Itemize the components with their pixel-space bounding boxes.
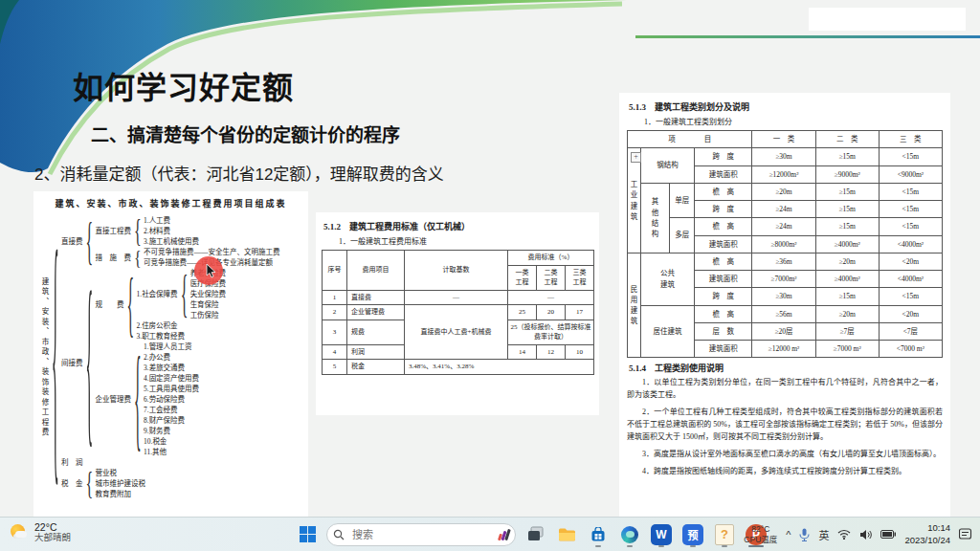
search-icon [333, 529, 345, 540]
brace: { [86, 268, 93, 457]
tree-node-label: 2.材料费 [144, 226, 170, 236]
taskbar-weather-widget[interactable]: 22°C 大部晴朗 [10, 521, 71, 543]
battery-icon[interactable] [880, 530, 896, 539]
edge-icon [621, 526, 638, 543]
start-button[interactable] [295, 522, 320, 547]
table-cell: 5 [323, 360, 347, 375]
tree-node-label: 生育保险 [190, 299, 219, 310]
tree-children: 直接工程费{1.人工费2.材料费3.施工机械使用费措 施 费{不可竞争措施费——… [93, 215, 283, 268]
table-cell: ≥12000m² [752, 165, 815, 183]
table-cell: — [405, 290, 508, 305]
table-cell: <15m [879, 201, 942, 218]
tray-chevron-up-icon[interactable]: ^ [786, 529, 791, 540]
brace: { [134, 342, 141, 457]
table-cell: 费用项目 [347, 251, 405, 291]
slide-subtitle: 二、搞清楚每个省份的定额计价的程序 [91, 121, 400, 146]
table-cell: <15m [879, 218, 942, 235]
tree-node-label: 7.工会经费 [144, 405, 178, 415]
microsoft-store-button[interactable] [586, 522, 611, 547]
table-cell: ≥20m [815, 305, 879, 322]
note-item: 4．跨度是指按图纸轴线间的距离，多跨连续式工程按跨度分别计算工程类别。 [627, 466, 943, 478]
search-highlights-icon [499, 529, 509, 540]
weather-sun-cloud-icon [10, 522, 29, 541]
tree-node-label: 2.办公费 [144, 352, 170, 363]
tree-node-label: 1.人工费 [144, 215, 170, 226]
brace: { [181, 268, 188, 320]
table-cell: <9000m² [879, 165, 942, 183]
table-cell: 规费 [347, 320, 405, 344]
table-cell: 跨 度 [695, 201, 752, 218]
outline-expand-icon[interactable]: + [631, 152, 641, 163]
edge-browser-button[interactable] [617, 522, 642, 547]
tree-node-label: 措 施 费 [96, 253, 132, 263]
usage-notes: 5.1.4 工程类别使用说明 1．以单位工程为类别划分单位，在同一类别工程中有几… [627, 362, 943, 478]
search-input[interactable] [350, 528, 493, 541]
table-cell: 3 [323, 320, 347, 344]
table-cell: 建筑面积 [695, 271, 752, 288]
table-cell: 项 目 [628, 131, 752, 148]
brace: { [127, 268, 134, 342]
cpu-temp-widget[interactable]: 82°C CPU温度 [744, 524, 777, 544]
tree-node-label: 3.差旅交通费 [144, 363, 185, 373]
file-explorer-button[interactable] [554, 522, 579, 547]
wifi-icon[interactable] [837, 529, 851, 540]
tree-node: 2.材料费 [141, 226, 202, 236]
tray-date: 2023/10/24 [904, 535, 950, 546]
table-cell: 二 类 [815, 131, 879, 148]
table-cell: 20 [537, 305, 566, 320]
table-cell: 檐 高 [695, 253, 752, 270]
table-cell: ≥20m [752, 183, 815, 200]
tree-node: 2.住房公积金 [134, 320, 230, 331]
cost-composition-diagram: 建筑、安装、市政、装饰装修工程费用项目组成表 建筑、安装、市政、装饰装修工程费{… [33, 191, 308, 518]
tree-node: 间接费{规 费{1.社会保障费{养老保险费医疗保险费失业保险费生育保险工伤保险2… [58, 268, 283, 457]
tree-node: 9.财务费 [141, 426, 202, 436]
taskbar-search-box[interactable] [326, 523, 516, 546]
tree-node-label: 直接工程费 [96, 226, 132, 236]
table-cell: <15m [879, 288, 942, 305]
table-cell: 12 [537, 344, 566, 360]
table-cell: 三类 工程 [566, 265, 594, 290]
tree-node: 工伤保险 [188, 310, 230, 320]
taskbar-center: W 预 ? P [295, 518, 768, 551]
tree-node: 企业管理费{1.管理人员工资2.办公费3.差旅交通费4.固定资产使用费5.工具用… [93, 342, 230, 457]
tree-node: 3.施工机械使用费 [141, 236, 202, 247]
word-button[interactable]: W [649, 522, 674, 547]
system-tray: 82°C CPU温度 ^ 英 10:14 2 [744, 518, 972, 551]
table-cell: 企业管理费 [347, 305, 405, 320]
clock-widget[interactable]: 10:14 2023/10/24 [904, 522, 950, 546]
table-cell: 檐 高 [695, 183, 752, 200]
table-cell: ≥20层 [752, 322, 815, 340]
table-cell: 檐 高 [695, 305, 752, 322]
table-cell: 多层 [670, 218, 695, 253]
table-cell: <7000 m² [879, 341, 942, 358]
table-cell: 直接费中人工费+机械费 [405, 305, 508, 360]
table-cell: ≥24m [752, 218, 815, 235]
weather-desc: 大部晴朗 [34, 533, 71, 543]
table-cell: ≥4000m² [815, 235, 879, 253]
tree-node: 失业保险费 [188, 289, 230, 299]
fee-standard-document: 5.1.2 建筑工程费用标准（仅工机械） 1．一般建筑工程费用标准 序号费用项目… [316, 212, 599, 415]
table-cell: 直接费 [347, 290, 405, 305]
input-language-indicator[interactable]: 英 [818, 527, 829, 542]
notification-icon[interactable] [959, 528, 972, 540]
table-cell: ≥9000m² [815, 165, 879, 183]
tree-node: 5.工具用具使用费 [141, 384, 202, 394]
notes-app-button[interactable]: ? [712, 522, 737, 547]
table-cell: 三 类 [879, 131, 942, 148]
table-cell: 17 [566, 305, 594, 320]
preview-app-button[interactable]: 预 [680, 522, 705, 547]
table-cell: ≥15m [815, 218, 879, 235]
task-view-button[interactable] [523, 522, 547, 547]
tree-children: 1.人工费2.材料费3.施工机械使用费 [141, 215, 202, 247]
tree-node-label: 规 费 [96, 299, 124, 310]
table-cell: ≥15m [815, 288, 879, 305]
tree-node: 3.差旅交通费 [141, 363, 202, 373]
microphone-icon[interactable] [799, 528, 810, 541]
tree-node-label: 1.管理人员工资 [144, 342, 192, 352]
gradient-divider-line [635, 35, 980, 38]
speaker-icon[interactable] [859, 529, 872, 540]
table-cell: 檐 高 [695, 218, 752, 235]
brace: { [52, 215, 58, 499]
table-cell: ≥30m [752, 288, 815, 305]
table-cell: ≥15m [815, 148, 879, 165]
